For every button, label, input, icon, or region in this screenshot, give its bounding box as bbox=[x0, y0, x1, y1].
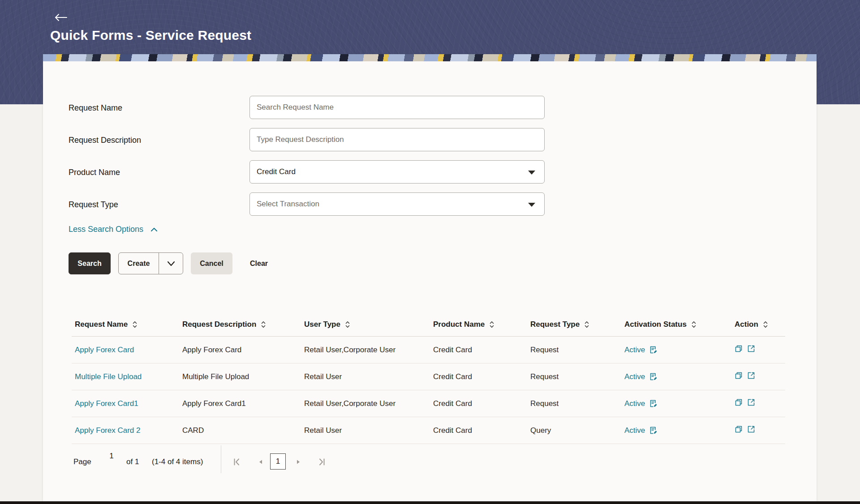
column-header-action[interactable]: Action bbox=[731, 320, 785, 329]
column-header-request-type[interactable]: Request Type bbox=[527, 320, 621, 329]
request-type-label: Request Type bbox=[69, 199, 118, 210]
sort-updown-icon[interactable] bbox=[345, 320, 350, 329]
items-summary: (1-4 of 4 items) bbox=[152, 456, 203, 468]
previous-page-button[interactable] bbox=[255, 457, 266, 467]
request-type-cell: Request bbox=[527, 399, 621, 408]
user-type-cell: Retail User,Corporate User bbox=[301, 399, 430, 408]
copy-icon[interactable] bbox=[735, 398, 743, 406]
sort-updown-icon[interactable] bbox=[261, 320, 266, 329]
table-row: Apply Forex Card Apply Forex Card Retail… bbox=[72, 337, 785, 363]
page-of-label: of 1 bbox=[126, 456, 139, 468]
request-name-input[interactable] bbox=[249, 96, 545, 119]
page-title: Quick Forms - Service Request bbox=[50, 28, 251, 43]
product-name-cell: Credit Card bbox=[430, 426, 527, 435]
dropdown-caret-icon bbox=[528, 171, 535, 175]
request-description-cell: Apply Forex Card1 bbox=[179, 399, 301, 408]
activation-status-link[interactable]: Active bbox=[624, 399, 658, 408]
table-row: Apply Forex Card1 Apply Forex Card1 Reta… bbox=[72, 390, 785, 417]
request-description-cell: Multiple File Upload bbox=[179, 372, 301, 381]
back-button[interactable] bbox=[54, 12, 69, 23]
page-number-input[interactable] bbox=[103, 449, 120, 463]
activation-status-link[interactable]: Active bbox=[624, 346, 658, 355]
request-name-link[interactable]: Apply Forex Card bbox=[75, 346, 134, 354]
next-page-button[interactable] bbox=[293, 457, 304, 467]
sort-updown-icon[interactable] bbox=[691, 320, 697, 329]
activation-status-link[interactable]: Active bbox=[624, 372, 658, 381]
table-header-row: Request Name Request Description User Ty… bbox=[72, 312, 785, 337]
user-type-cell: Retail User,Corporate User bbox=[301, 346, 430, 355]
product-name-selected-value: Credit Card bbox=[257, 167, 296, 176]
copy-icon[interactable] bbox=[735, 425, 743, 433]
sort-updown-icon[interactable] bbox=[132, 320, 138, 329]
edit-form-icon bbox=[649, 426, 658, 435]
column-header-user-type[interactable]: User Type bbox=[301, 320, 430, 329]
open-in-new-icon[interactable] bbox=[747, 398, 755, 406]
results-table: Request Name Request Description User Ty… bbox=[72, 312, 785, 444]
last-page-button[interactable] bbox=[317, 457, 327, 467]
open-in-new-icon[interactable] bbox=[747, 345, 755, 353]
request-type-placeholder: Select Transaction bbox=[257, 200, 319, 209]
column-header-product-name[interactable]: Product Name bbox=[430, 320, 527, 329]
open-in-new-icon[interactable] bbox=[747, 372, 755, 380]
table-row: Apply Forex Card 2 CARD Retail User Cred… bbox=[72, 417, 785, 444]
request-type-cell: Request bbox=[527, 372, 621, 381]
clear-button[interactable]: Clear bbox=[250, 252, 268, 274]
product-name-cell: Credit Card bbox=[430, 372, 527, 381]
request-type-cell: Query bbox=[527, 426, 621, 435]
table-row: Multiple File Upload Multiple File Uploa… bbox=[72, 363, 785, 390]
request-name-link[interactable]: Apply Forex Card1 bbox=[75, 399, 138, 408]
user-type-cell: Retail User bbox=[301, 372, 430, 381]
edit-form-icon bbox=[649, 372, 658, 381]
sort-updown-icon[interactable] bbox=[584, 320, 589, 329]
copy-icon[interactable] bbox=[735, 345, 743, 353]
request-name-link[interactable]: Apply Forex Card 2 bbox=[75, 426, 140, 435]
request-type-cell: Request bbox=[527, 346, 621, 355]
first-page-button[interactable] bbox=[231, 457, 242, 467]
content-card: Request Name Request Description Product… bbox=[43, 54, 817, 501]
table-body: Apply Forex Card Apply Forex Card Retail… bbox=[72, 337, 785, 444]
activation-status-link[interactable]: Active bbox=[624, 426, 658, 435]
request-name-label: Request Name bbox=[69, 102, 122, 114]
open-in-new-icon[interactable] bbox=[747, 425, 755, 433]
chevron-up-icon bbox=[150, 227, 158, 232]
last-page-icon bbox=[318, 458, 326, 466]
page-label: Page bbox=[73, 456, 91, 468]
request-description-cell: CARD bbox=[179, 426, 301, 435]
previous-page-icon bbox=[258, 459, 264, 465]
product-name-cell: Credit Card bbox=[430, 399, 527, 408]
less-search-options-label: Less Search Options bbox=[69, 225, 143, 234]
column-header-request-name[interactable]: Request Name bbox=[72, 320, 179, 329]
sort-updown-icon[interactable] bbox=[763, 320, 768, 329]
decorative-banner bbox=[43, 54, 817, 61]
create-split-button: Create bbox=[118, 252, 183, 274]
request-type-select[interactable]: Select Transaction bbox=[249, 192, 545, 216]
first-page-icon bbox=[232, 458, 241, 466]
edit-form-icon bbox=[649, 346, 658, 354]
cancel-button[interactable]: Cancel bbox=[191, 252, 232, 274]
request-description-cell: Apply Forex Card bbox=[179, 346, 301, 355]
arrow-left-icon bbox=[54, 13, 68, 21]
less-search-options-link[interactable]: Less Search Options bbox=[69, 225, 158, 234]
footer-bar bbox=[0, 501, 860, 504]
request-description-label: Request Description bbox=[69, 134, 141, 146]
create-button[interactable]: Create bbox=[119, 253, 159, 274]
copy-icon[interactable] bbox=[735, 372, 743, 380]
product-name-label: Product Name bbox=[69, 167, 120, 178]
column-header-activation-status[interactable]: Activation Status bbox=[621, 320, 731, 329]
dropdown-caret-icon bbox=[528, 203, 535, 207]
product-name-cell: Credit Card bbox=[430, 346, 527, 355]
request-name-link[interactable]: Multiple File Upload bbox=[75, 372, 142, 381]
pagination-divider bbox=[221, 445, 221, 473]
chevron-down-icon bbox=[167, 261, 175, 266]
next-page-icon bbox=[295, 459, 301, 465]
create-menu-toggle[interactable] bbox=[159, 253, 183, 274]
sort-updown-icon[interactable] bbox=[489, 320, 494, 329]
edit-form-icon bbox=[649, 399, 658, 408]
user-type-cell: Retail User bbox=[301, 426, 430, 435]
search-button[interactable]: Search bbox=[69, 252, 111, 274]
product-name-select[interactable]: Credit Card bbox=[249, 160, 545, 184]
current-page-button[interactable]: 1 bbox=[270, 453, 286, 470]
column-header-request-description[interactable]: Request Description bbox=[179, 320, 301, 329]
quick-forms-page: Quick Forms - Service Request Request Na… bbox=[0, 0, 860, 504]
request-description-input[interactable] bbox=[249, 128, 545, 151]
